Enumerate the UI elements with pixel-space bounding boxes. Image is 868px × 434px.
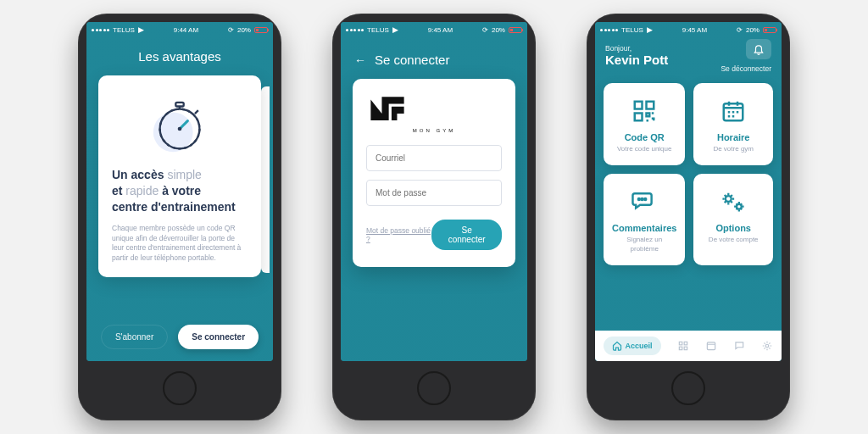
tile-schedule[interactable]: Horaire De votre gym	[693, 83, 773, 165]
tab-settings[interactable]	[761, 340, 773, 352]
svg-rect-18	[684, 342, 687, 345]
tab-home-label: Accueil	[626, 342, 653, 350]
svg-rect-19	[679, 347, 682, 350]
tab-home[interactable]: Accueil	[604, 337, 661, 355]
gear-icon	[702, 187, 765, 216]
tab-bar: Accueil	[595, 331, 782, 361]
svg-line-5	[195, 110, 198, 114]
email-field[interactable]	[366, 145, 502, 171]
wifi-icon: ▶	[138, 25, 144, 34]
carrier-label: TELUS	[367, 26, 389, 34]
orientation-lock-icon: ⟳	[228, 26, 234, 34]
svg-point-16	[737, 204, 742, 209]
orientation-lock-icon: ⟳	[737, 26, 743, 34]
svg-rect-20	[684, 347, 687, 350]
phone-1: TELUS ▶ 9:44 AM ⟳ 20% Les avantages	[78, 14, 281, 420]
battery-icon	[509, 27, 522, 33]
password-field[interactable]	[366, 180, 502, 206]
tile-options[interactable]: Options De votre compte	[693, 174, 773, 265]
chat-icon	[612, 187, 676, 216]
tile-comments[interactable]: Commentaires Signalez un problème	[604, 174, 685, 265]
battery-icon	[763, 27, 776, 33]
screen-login: TELUS ▶ 9:45 AM ⟳ 20% ← Se connecter	[341, 22, 527, 361]
phone-3: TELUS ▶ 9:45 AM ⟳ 20% Bonjour, Kevin Pot…	[587, 14, 790, 420]
wifi-icon: ▶	[647, 25, 653, 34]
tab-qr[interactable]	[677, 340, 689, 352]
status-bar: TELUS ▶ 9:44 AM ⟳ 20%	[86, 22, 273, 37]
svg-rect-9	[647, 102, 654, 109]
status-bar: TELUS ▶ 9:45 AM ⟳ 20%	[341, 22, 527, 37]
svg-rect-3	[175, 103, 183, 107]
svg-rect-21	[707, 342, 715, 350]
qr-icon	[612, 97, 676, 125]
login-button[interactable]: Se connecter	[431, 220, 502, 250]
carrier-label: TELUS	[621, 26, 643, 34]
page-title: Les avantages	[86, 49, 273, 64]
svg-point-12	[638, 198, 640, 200]
card-description: Chaque membre possède un code QR unique …	[112, 224, 248, 264]
battery-pct: 20%	[237, 26, 251, 34]
screen-advantages: TELUS ▶ 9:44 AM ⟳ 20% Les avantages	[86, 22, 273, 361]
tab-comments[interactable]	[733, 340, 745, 352]
carrier-label: TELUS	[113, 26, 135, 34]
screen-home: TELUS ▶ 9:45 AM ⟳ 20% Bonjour, Kevin Pot…	[595, 22, 782, 361]
signal-dots-icon	[600, 29, 618, 31]
home-button[interactable]	[417, 371, 451, 405]
forgot-password-link[interactable]: Mot de passe oublié ?	[366, 226, 431, 243]
svg-point-7	[178, 127, 182, 131]
brand-logo: MON GYM	[366, 94, 502, 133]
signin-button[interactable]: Se connecter	[178, 325, 259, 349]
greeting-label: Bonjour,	[605, 44, 771, 53]
tab-schedule[interactable]	[705, 340, 717, 352]
stopwatch-icon	[112, 91, 248, 167]
back-icon[interactable]: ←	[354, 53, 366, 67]
signal-dots-icon	[346, 29, 364, 31]
wifi-icon: ▶	[392, 25, 398, 34]
status-bar: TELUS ▶ 9:45 AM ⟳ 20%	[595, 22, 782, 37]
battery-icon	[254, 27, 268, 33]
svg-point-22	[766, 344, 770, 348]
tile-qr[interactable]: Code QR Votre code unique	[604, 83, 685, 165]
signout-link[interactable]: Se déconnecter	[721, 64, 771, 73]
battery-pct: 20%	[492, 26, 505, 34]
card-heading: Un accès simple et rapide à votre centre…	[112, 167, 248, 215]
clock-label: 9:44 AM	[174, 26, 198, 34]
subscribe-button[interactable]: S'abonner	[101, 325, 168, 349]
home-button[interactable]	[163, 371, 197, 405]
svg-rect-8	[635, 102, 643, 109]
svg-rect-17	[679, 342, 682, 345]
svg-point-14	[644, 198, 646, 200]
page-title: Se connecter	[375, 53, 449, 67]
calendar-icon	[702, 97, 765, 125]
login-card: MON GYM Mot de passe oublié ? Se connect…	[353, 79, 515, 267]
clock-label: 9:45 AM	[428, 26, 453, 34]
svg-point-13	[642, 198, 643, 200]
battery-pct: 20%	[746, 26, 760, 34]
orientation-lock-icon: ⟳	[482, 26, 488, 34]
svg-rect-10	[635, 114, 643, 121]
brand-name: MON GYM	[366, 128, 502, 133]
phone-2: TELUS ▶ 9:45 AM ⟳ 20% ← Se connecter	[332, 14, 536, 420]
clock-label: 9:45 AM	[682, 26, 707, 34]
svg-point-15	[726, 197, 732, 203]
home-button[interactable]	[671, 371, 705, 405]
signal-dots-icon	[92, 29, 109, 31]
advantage-card[interactable]: Un accès simple et rapide à votre centre…	[98, 75, 261, 277]
